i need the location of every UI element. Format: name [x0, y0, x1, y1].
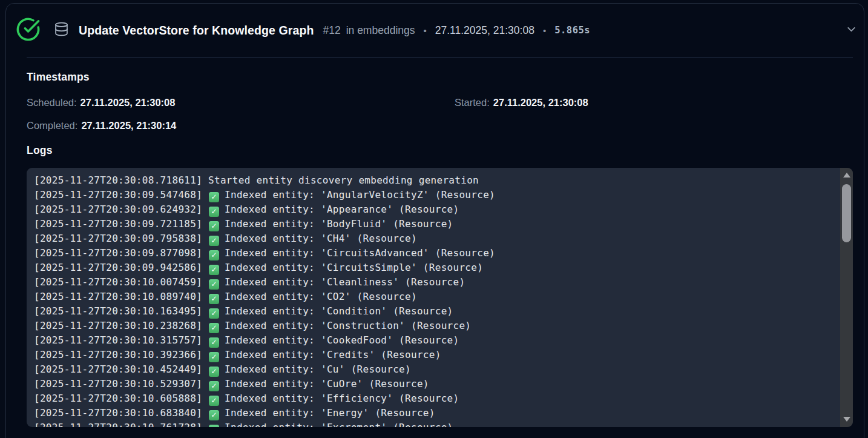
arrow-down-icon [843, 417, 850, 422]
log-scrollbar [840, 168, 853, 427]
log-timestamp: [2025-11-27T20:30:09.721185] [34, 218, 202, 230]
chevron-down-icon[interactable] [845, 23, 858, 38]
log-line: [2025-11-27T20:30:10.761728] ✓Indexed en… [34, 420, 833, 427]
run-details: Timestamps Scheduled:27.11.2025, 21:30:0… [6, 58, 864, 427]
timestamp-field: Scheduled:27.11.2025, 21:30:08 [27, 96, 455, 109]
log-line: [2025-11-27T20:30:10.392366] ✓Indexed en… [34, 348, 833, 362]
timestamp-label: Started: [455, 97, 490, 108]
log-message: Indexed entity: 'Excrement' (Resource) [225, 422, 453, 427]
log-message: Indexed entity: 'Efficiency' (Resource) [225, 393, 459, 404]
log-line: [2025-11-27T20:30:10.315757] ✓Indexed en… [34, 333, 833, 348]
database-icon [54, 21, 69, 40]
run-duration: 5.865s [554, 25, 590, 36]
check-mark-emoji-icon: ✓ [209, 337, 219, 348]
log-line: [2025-11-27T20:30:08.718611] Started ent… [34, 173, 833, 188]
log-timestamp: [2025-11-27T20:30:10.163495] [34, 305, 202, 317]
log-line: [2025-11-27T20:30:10.238268] ✓Indexed en… [34, 319, 833, 333]
check-mark-emoji-icon: ✓ [209, 323, 219, 333]
log-timestamp: [2025-11-27T20:30:10.315757] [34, 334, 202, 346]
check-mark-emoji-icon: ✓ [209, 279, 219, 290]
log-timestamp: [2025-11-27T20:30:09.624932] [34, 204, 202, 215]
log-message: Indexed entity: 'Condition' (Resource) [225, 305, 453, 317]
log-message: Indexed entity: 'CuOre' (Resource) [225, 378, 429, 390]
check-mark-emoji-icon: ✓ [209, 308, 219, 319]
meta-separator-dot: • [543, 25, 546, 36]
log-timestamp: [2025-11-27T20:30:10.529307] [34, 378, 202, 390]
log-timestamp: [2025-11-27T20:30:09.877098] [34, 247, 202, 259]
log-message: Indexed entity: 'BodyFluid' (Resource) [225, 218, 453, 230]
timestamp-value: 27.11.2025, 21:30:14 [81, 120, 176, 131]
scrollbar-down-button[interactable] [840, 413, 853, 426]
timestamp-label: Completed: [27, 120, 77, 131]
log-message: Indexed entity: 'Cu' (Resource) [225, 363, 411, 375]
job-run-card: Update VectorStore for Knowledge Graph #… [5, 3, 864, 438]
log-line: [2025-11-27T20:30:09.942586] ✓Indexed en… [34, 260, 833, 275]
log-message: Indexed entity: 'Cleanliness' (Resource) [225, 276, 465, 288]
log-timestamp: [2025-11-27T20:30:10.238268] [34, 320, 202, 331]
check-mark-emoji-icon: ✓ [209, 367, 219, 377]
arrow-up-icon [843, 173, 850, 178]
check-mark-emoji-icon: ✓ [209, 294, 219, 304]
scrollbar-thumb[interactable] [842, 184, 851, 242]
success-status-icon [16, 17, 41, 44]
log-lines: [2025-11-27T20:30:08.718611] Started ent… [27, 168, 853, 427]
check-mark-emoji-icon: ✓ [209, 425, 219, 427]
log-message: Indexed entity: 'CO2' (Resource) [225, 291, 417, 302]
check-mark-emoji-icon: ✓ [209, 352, 219, 362]
check-mark-emoji-icon: ✓ [209, 381, 219, 391]
log-line: [2025-11-27T20:30:09.795838] ✓Indexed en… [34, 231, 833, 246]
log-line: [2025-11-27T20:30:10.529307] ✓Indexed en… [34, 377, 833, 391]
log-message: Indexed entity: 'AngularVelocityZ' (Reso… [225, 189, 495, 201]
scrollbar-up-button[interactable] [840, 168, 853, 182]
log-line: [2025-11-27T20:30:09.624932] ✓Indexed en… [34, 202, 833, 217]
check-mark-emoji-icon: ✓ [209, 396, 219, 406]
run-number: #12 [323, 24, 340, 37]
log-message: Started entity discovery embedding gener… [208, 174, 479, 186]
log-timestamp: [2025-11-27T20:30:10.683840] [34, 407, 202, 419]
log-timestamp: [2025-11-27T20:30:08.718611] [34, 174, 202, 186]
check-mark-emoji-icon: ✓ [209, 236, 219, 246]
log-message: Indexed entity: 'Construction' (Resource… [225, 320, 471, 331]
logs-heading: Logs [27, 144, 853, 157]
log-timestamp: [2025-11-27T20:30:09.795838] [34, 233, 202, 244]
log-line: [2025-11-27T20:30:10.163495] ✓Indexed en… [34, 304, 833, 319]
timestamp-value: 27.11.2025, 21:30:08 [81, 97, 176, 108]
timestamps-grid: Scheduled:27.11.2025, 21:30:08Started:27… [27, 96, 853, 132]
log-timestamp: [2025-11-27T20:30:10.007459] [34, 276, 202, 288]
log-message: Indexed entity: 'Appearance' (Resource) [225, 204, 459, 215]
timestamp-label: Scheduled: [27, 97, 77, 108]
log-line: [2025-11-27T20:30:10.683840] ✓Indexed en… [34, 406, 833, 420]
log-timestamp: [2025-11-27T20:30:10.605888] [34, 393, 202, 404]
timestamp-field: Completed:27.11.2025, 21:30:14 [27, 119, 455, 132]
log-timestamp: [2025-11-27T20:30:09.942586] [34, 262, 202, 273]
log-timestamp: [2025-11-27T20:30:09.547468] [34, 189, 202, 201]
check-mark-emoji-icon: ✓ [209, 221, 219, 231]
run-title: Update VectorStore for Knowledge Graph [79, 24, 314, 38]
check-mark-emoji-icon: ✓ [209, 265, 219, 275]
log-timestamp: [2025-11-27T20:30:10.089740] [34, 291, 202, 302]
log-viewer[interactable]: [2025-11-27T20:30:08.718611] Started ent… [27, 168, 853, 427]
job-run-header[interactable]: Update VectorStore for Knowledge Graph #… [6, 4, 864, 57]
log-timestamp: [2025-11-27T20:30:10.392366] [34, 349, 202, 360]
log-line: [2025-11-27T20:30:09.721185] ✓Indexed en… [34, 217, 833, 231]
check-mark-emoji-icon: ✓ [209, 207, 219, 217]
meta-separator-dot: • [423, 25, 426, 36]
timestamps-heading: Timestamps [27, 71, 853, 84]
log-line: [2025-11-27T20:30:09.547468] ✓Indexed en… [34, 188, 833, 202]
log-timestamp: [2025-11-27T20:30:10.761728] [34, 422, 202, 427]
log-message: Indexed entity: 'Credits' (Resource) [225, 349, 441, 360]
log-message: Indexed entity: 'CircuitsSimple' (Resour… [225, 262, 483, 273]
log-message: Indexed entity: 'CookedFood' (Resource) [225, 334, 459, 346]
run-location: in embeddings [346, 24, 415, 37]
run-datetime: 27.11.2025, 21:30:08 [435, 24, 534, 37]
check-mark-emoji-icon: ✓ [209, 250, 219, 260]
check-mark-emoji-icon: ✓ [209, 410, 219, 420]
log-message: Indexed entity: 'CH4' (Resource) [225, 233, 417, 244]
log-line: [2025-11-27T20:30:10.452449] ✓Indexed en… [34, 362, 833, 377]
check-mark-emoji-icon: ✓ [209, 192, 219, 202]
log-line: [2025-11-27T20:30:09.877098] ✓Indexed en… [34, 246, 833, 260]
log-line: [2025-11-27T20:30:10.605888] ✓Indexed en… [34, 391, 833, 406]
log-message: Indexed entity: 'Energy' (Resource) [225, 407, 435, 419]
log-message: Indexed entity: 'CircuitsAdvanced' (Reso… [225, 247, 495, 259]
log-line: [2025-11-27T20:30:10.007459] ✓Indexed en… [34, 275, 833, 290]
